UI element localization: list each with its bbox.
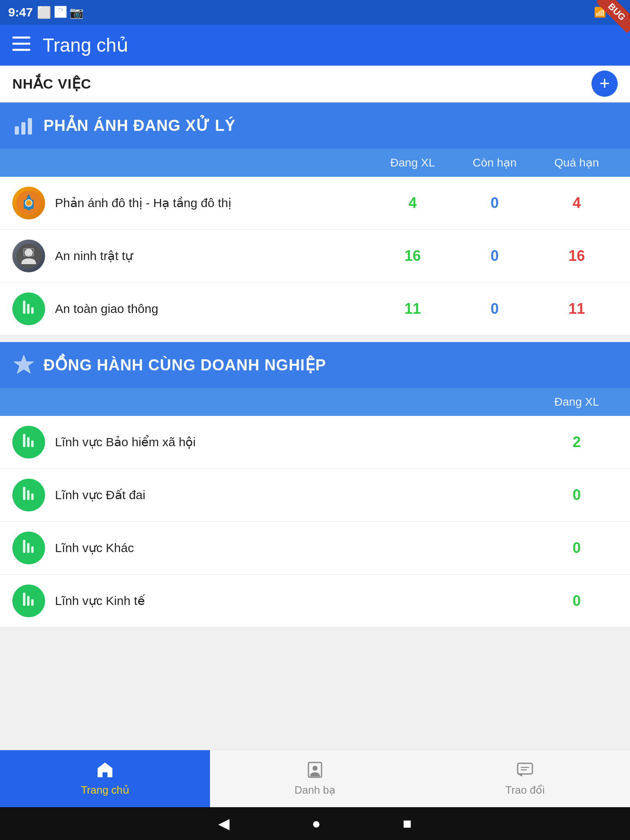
s2-icon-1 [12,426,45,459]
svg-point-8 [25,200,32,206]
row2-quahan: 16 [536,247,618,265]
hamburger-icon[interactable] [12,35,30,55]
urban-icon [12,187,45,219]
s2-icon-4 [12,584,45,617]
nhac-viec-bar: NHẮC VIỆC + [0,66,630,103]
add-button[interactable]: + [591,71,618,97]
row3-conhan: 0 [454,300,536,317]
svg-rect-19 [27,437,30,447]
debug-badge: BUG [606,1,628,23]
svg-rect-28 [31,546,34,553]
s2-row4-name: Lĩnh vực Kinh tế [55,592,536,609]
traffic-icon [12,292,45,325]
s2-row1-name: Lĩnh vực Bảo hiểm xã hội [55,434,536,451]
svg-point-34 [313,766,317,771]
svg-rect-4 [21,122,25,135]
add-icon: + [599,74,610,92]
svg-rect-27 [27,543,30,553]
exchange-icon [516,761,534,781]
status-time: 9:47 [8,5,33,19]
section2-icon [12,354,35,377]
svg-rect-3 [15,126,19,135]
s2-icon-2 [12,479,45,511]
svg-rect-1 [12,43,30,45]
s2-row4-dangxl: 0 [536,592,618,609]
nav-home-label: Trang chủ [81,784,129,797]
svg-rect-2 [12,49,30,51]
s2-col-dangxl-label: Đang XL [536,395,618,409]
svg-rect-31 [27,596,30,606]
nav-contacts-label: Danh bạ [294,784,336,797]
svg-rect-20 [31,441,34,447]
svg-rect-32 [31,599,34,606]
svg-rect-23 [27,490,30,500]
svg-rect-24 [31,493,34,500]
svg-rect-13 [23,301,25,314]
s2-row2-name: Lĩnh vực Đất đai [55,486,536,504]
nav-item-home[interactable]: Trang chủ [0,750,210,807]
row3-dangxl: 11 [372,300,454,317]
row1-conhan: 0 [454,194,536,212]
status-bar: 9:47 ⬜ 🅿 📷 📶 🔋 [0,0,630,25]
section2-title: ĐỒNG HÀNH CÙNG DOANH NGHIỆP [43,356,326,374]
table-row[interactable]: Phản ánh đô thị - Hạ tầng đô thị 4 0 4 [0,177,630,230]
status-icons: ⬜ 🅿 📷 [37,6,84,19]
table-row[interactable]: An ninh trật tự 16 0 16 [0,230,630,283]
row2-conhan: 0 [454,247,536,265]
section1-header: PHẢN ÁNH ĐANG XỬ LÝ [0,103,630,148]
svg-rect-30 [23,593,25,606]
col-qua-han-label: Quá hạn [536,156,618,169]
s2-row3-name: Lĩnh vực Khác [55,539,536,557]
app-title: Trang chủ [43,34,128,56]
svg-rect-5 [28,118,32,135]
svg-rect-22 [23,487,25,500]
s2-row1-dangxl: 2 [536,434,618,451]
row1-dangxl: 4 [372,194,454,212]
row3-quahan: 11 [536,300,618,317]
bottom-nav: Trang chủ Danh bạ Trao đổi [0,750,630,807]
svg-rect-18 [23,434,25,447]
col-dang-xl-label: Đang XL [372,156,454,169]
s2-row3-dangxl: 0 [536,539,618,557]
home-icon [96,761,114,781]
svg-marker-16 [14,355,34,373]
nav-item-contacts[interactable]: Danh bạ [210,750,420,807]
section1-col-header: Đang XL Còn hạn Quá hạn [0,148,630,177]
svg-rect-0 [12,37,30,39]
recent-button[interactable]: ■ [403,815,412,832]
section1-icon [12,114,35,137]
table-row[interactable]: Lĩnh vực Kinh tế 0 [0,575,630,628]
table-row[interactable]: Lĩnh vực Đất đai 0 [0,469,630,522]
back-button[interactable]: ◀ [218,815,230,832]
section2-header: ĐỒNG HÀNH CÙNG DOANH NGHIỆP [0,342,630,388]
row3-name: An toàn giao thông [55,300,372,317]
s2-row2-dangxl: 0 [536,486,618,504]
contacts-icon [306,761,324,781]
col-con-han-label: Còn hạn [454,156,536,169]
svg-rect-26 [23,540,25,553]
svg-rect-15 [31,307,34,314]
security-icon [12,240,45,272]
nav-exchange-label: Trao đổi [505,784,545,797]
s2-icon-3 [12,532,45,564]
nhac-viec-title: NHẮC VIỆC [12,75,91,92]
section2-col-header: Đang XL [0,388,630,416]
home-button[interactable]: ● [312,815,321,832]
android-nav: ◀ ● ■ [0,807,630,840]
row2-name: An ninh trật tự [55,247,372,265]
table-row[interactable]: Lĩnh vực Khác 0 [0,522,630,575]
table-row[interactable]: An toàn giao thông 11 0 11 [0,283,630,336]
nav-item-exchange[interactable]: Trao đổi [420,750,630,807]
svg-point-10 [25,249,33,257]
row1-name: Phản ánh đô thị - Hạ tầng đô thị [55,194,372,212]
app-bar: Trang chủ [0,25,630,66]
row2-dangxl: 16 [372,247,454,265]
section1-title: PHẢN ÁNH ĐANG XỬ LÝ [43,116,236,135]
row1-quahan: 4 [536,194,618,212]
svg-rect-35 [518,763,532,774]
svg-rect-14 [27,304,30,314]
table-row[interactable]: Lĩnh vực Bảo hiểm xã hội 2 [0,416,630,469]
